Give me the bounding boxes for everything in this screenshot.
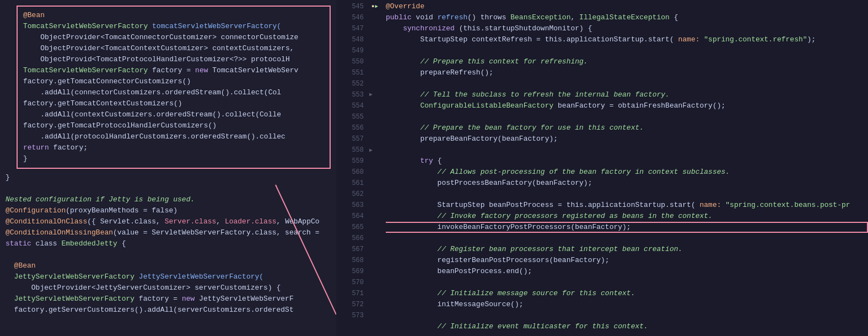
code-line: // Tell the subclass to refresh the inte… bbox=[386, 89, 868, 100]
line-numbers: 545 546 547 548 549 550 551 552 553 554 … bbox=[336, 0, 369, 336]
code-line: // Initialize message source for this co… bbox=[386, 288, 868, 299]
code-line bbox=[6, 249, 332, 260]
code-line: StartupStep contextRefresh = this.applic… bbox=[386, 34, 868, 45]
code-line: StartupStep beanPostProcess = this.appli… bbox=[386, 200, 868, 211]
code-line: ObjectProvid<TomcatProtocolHandlerCustom… bbox=[23, 54, 326, 65]
code-line bbox=[386, 145, 868, 156]
code-line: @Bean bbox=[6, 260, 332, 271]
left-panel: @Bean TomcatServletWebServerFactory tomc… bbox=[0, 0, 336, 336]
code-line: JettyServletWebServerFactory JettyServle… bbox=[6, 271, 332, 282]
code-line: // Allows post-processing of the bean fa… bbox=[386, 167, 868, 178]
code-line: ConfigurableListableBeanFactory beanFact… bbox=[386, 100, 868, 111]
highlighted-code-line: invokeBeanFactoryPostProcessors(beanFact… bbox=[386, 222, 868, 233]
code-line: TomcatServletWebServerFactory factory = … bbox=[23, 65, 326, 76]
fold-icon-2[interactable]: ▶ bbox=[369, 147, 373, 153]
code-line: factory.getTomcatConnectorCustomizers() bbox=[23, 76, 326, 87]
breakpoint-icon: ● bbox=[371, 1, 374, 12]
code-line: // Prepare the bean factory for use in t… bbox=[386, 122, 868, 134]
code-line bbox=[386, 111, 868, 122]
code-line: @ConditionalOnClass({ Servlet.class, Ser… bbox=[6, 216, 332, 227]
code-line: // Register bean processors that interce… bbox=[386, 244, 868, 255]
code-line: prepareBeanFactory(beanFactory); bbox=[386, 134, 868, 145]
code-line: return factory; bbox=[23, 142, 326, 153]
code-line: factory.getServerCustomizers().addAll(se… bbox=[6, 305, 332, 316]
code-line bbox=[386, 310, 868, 321]
code-line bbox=[386, 78, 868, 89]
code-line: // Initialize event multicaster for this… bbox=[386, 321, 868, 332]
code-line bbox=[386, 233, 868, 244]
code-line: try { bbox=[386, 156, 868, 167]
code-line bbox=[386, 277, 868, 288]
fold-icon[interactable]: ▶ bbox=[369, 92, 373, 98]
code-line: ObjectProvider<TomcatContextCustomizer> … bbox=[23, 43, 326, 54]
code-line: beanPostProcess.end(); bbox=[386, 266, 868, 277]
code-line: TomcatServletWebServerFactory tomcatServ… bbox=[23, 21, 326, 32]
code-line: static class EmbeddedJetty { bbox=[6, 238, 332, 249]
code-line: // Invoke factory processors registered … bbox=[386, 211, 868, 222]
code-line bbox=[386, 45, 868, 56]
right-panel: 545 546 547 548 549 550 551 552 553 554 … bbox=[336, 0, 868, 336]
code-line: JettyServletWebServerFactory factory = n… bbox=[6, 294, 332, 305]
code-line: .addAll(contextCustomizers.orderedStream… bbox=[23, 109, 326, 120]
gutter: ● ▶ ▶ ▶ bbox=[369, 0, 380, 336]
execution-icon: ▶ bbox=[375, 1, 378, 12]
code-line: @Override bbox=[386, 1, 868, 12]
code-line bbox=[386, 189, 868, 200]
code-line: @ConditionalOnMissingBean(value = Servle… bbox=[6, 227, 332, 238]
code-line bbox=[6, 183, 332, 194]
code-line: .addAll(protocolHandlerCustomizers.order… bbox=[23, 131, 326, 142]
code-line: postProcessBeanFactory(beanFactory); bbox=[386, 178, 868, 189]
code-line: factory.getTomcatProtocolHandlerCustomiz… bbox=[23, 120, 326, 131]
code-line: registerBeanPostProcessors(beanFactory); bbox=[386, 255, 868, 266]
code-line: ObjectProvider<JettyServerCustomizer> se… bbox=[6, 282, 332, 294]
code-line: factory.getTomcatContextCustomizers() bbox=[23, 98, 326, 109]
code-line: .addAll(connectorCustomizers.orderedStre… bbox=[23, 87, 326, 98]
code-line: Nested configuration if Jetty is being u… bbox=[6, 194, 332, 205]
code-line: @Configuration(proxyBeanMethods = false) bbox=[6, 205, 332, 216]
code-line: initMessageSource(); bbox=[386, 299, 868, 310]
code-line: synchronized (this.startupShutdownMonito… bbox=[386, 23, 868, 34]
code-line: @Bean bbox=[23, 10, 326, 21]
code-line: public void refresh() throws BeansExcept… bbox=[386, 12, 868, 23]
code-line: } bbox=[23, 153, 326, 164]
code-line: // Prepare this context for refreshing. bbox=[386, 56, 868, 67]
code-line: ObjectProvider<TomcatConnectorCustomizer… bbox=[23, 32, 326, 43]
code-line: prepareRefresh(); bbox=[386, 67, 868, 78]
code-area: @Override public void refresh() throws B… bbox=[380, 0, 868, 336]
code-line: } bbox=[6, 172, 332, 183]
